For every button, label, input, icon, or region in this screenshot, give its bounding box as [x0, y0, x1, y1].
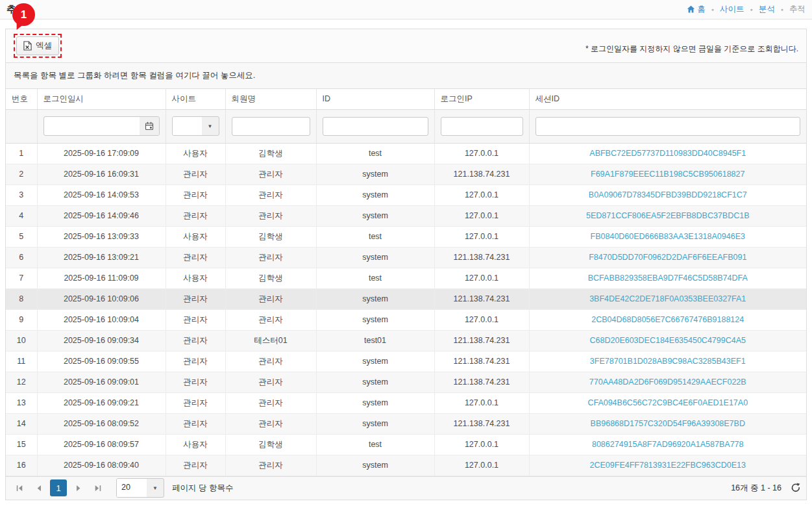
- cell-site: 관리자: [166, 288, 225, 309]
- cell-no: 15: [6, 434, 37, 455]
- table-row[interactable]: 2 2025-09-16 16:09:31 관리자 관리자 system 121…: [6, 164, 806, 185]
- session-id-link[interactable]: FB0840D60ED666B83AA3E1318A0946E3: [591, 232, 745, 241]
- column-header-login-time[interactable]: 로그인일시: [37, 89, 166, 109]
- group-drop-hint: 목록을 항목 별로 그룹화 하려면 항목 컬럼을 여기다 끌어 놓으세요.: [14, 70, 255, 81]
- page-size-label: 페이지 당 항목수: [172, 483, 233, 494]
- column-header-no[interactable]: 번호: [6, 89, 37, 109]
- cell-session-id: FB0840D60ED666B83AA3E1318A0946E3: [529, 226, 806, 247]
- cell-login-ip: 127.0.0.1: [434, 434, 529, 455]
- cell-member-name: 김학생: [225, 268, 316, 288]
- cell-login-time: 2025-09-16 09:09:21: [37, 392, 166, 413]
- cell-id: system: [316, 309, 434, 330]
- cell-site: 사용자: [166, 143, 225, 164]
- table-row[interactable]: 8 2025-09-16 10:09:06 관리자 관리자 system 121…: [6, 288, 806, 309]
- cell-login-time: 2025-09-16 08:09:52: [37, 413, 166, 434]
- session-id-link[interactable]: CFA094B6C56C72C9BC4E6F0AED1E17A0: [587, 398, 748, 407]
- session-id-link[interactable]: F8470D5DD70F0962D2DAF6F6EEAFB091: [589, 253, 746, 262]
- cell-member-name: 관리자: [225, 372, 316, 392]
- session-id-link[interactable]: ABFBC72ED57737D110983DD40C8945F1: [589, 149, 746, 158]
- refresh-button[interactable]: [791, 483, 801, 493]
- table-row[interactable]: 7 2025-09-16 11:09:09 사용자 김학생 test 127.0…: [6, 268, 806, 288]
- session-id-filter-input[interactable]: [535, 117, 801, 136]
- page-size-select[interactable]: 20 ▼: [116, 478, 164, 498]
- cell-id: system: [316, 205, 434, 226]
- session-id-link[interactable]: 3FE78701B1D028AB9C98AC3285B43EF1: [590, 357, 746, 366]
- excel-export-button[interactable]: 엑셀: [16, 36, 59, 55]
- column-header-member-name[interactable]: 회원명: [225, 89, 316, 109]
- breadcrumb-site-link[interactable]: 사이트: [720, 4, 744, 15]
- column-header-site[interactable]: 사이트: [166, 89, 225, 109]
- cell-login-time: 2025-09-16 09:09:01: [37, 372, 166, 392]
- column-header-session-id[interactable]: 세션ID: [529, 89, 806, 109]
- table-body: 1 2025-09-16 17:09:09 사용자 김학생 test 127.0…: [6, 143, 806, 476]
- cell-site: 사용자: [166, 268, 225, 288]
- session-id-link[interactable]: F69A1F879EEEC11B198C5CB950618827: [591, 170, 744, 179]
- cell-member-name: 관리자: [225, 247, 316, 268]
- table-row[interactable]: 11 2025-09-16 09:09:55 관리자 관리자 system 12…: [6, 351, 806, 372]
- cell-id: system: [316, 455, 434, 476]
- last-page-button[interactable]: [89, 479, 106, 496]
- session-id-link[interactable]: C68D20E603DEC184E635450C4799C4A5: [590, 336, 746, 345]
- column-header-login-ip[interactable]: 로그인IP: [434, 89, 529, 109]
- table-row[interactable]: 3 2025-09-16 14:09:53 관리자 관리자 system 127…: [6, 185, 806, 205]
- cell-member-name: 관리자: [225, 351, 316, 372]
- cell-no: 4: [6, 205, 37, 226]
- current-page-button[interactable]: 1: [50, 479, 67, 496]
- cell-no: 11: [6, 351, 37, 372]
- cell-member-name: 관리자: [225, 413, 316, 434]
- session-id-link[interactable]: 5ED871CCF806EA5F2EBFB8DBC37BDC1B: [586, 211, 750, 220]
- breadcrumb-current: 추적: [789, 4, 806, 15]
- login-date-filter-input[interactable]: [44, 117, 140, 135]
- breadcrumb-home-link[interactable]: 홈: [687, 4, 706, 15]
- cell-member-name: 관리자: [225, 164, 316, 185]
- cell-no: 9: [6, 309, 37, 330]
- session-id-link[interactable]: 2CB04D68D8056E7C66767476B9188124: [591, 315, 744, 324]
- column-header-id[interactable]: ID: [316, 89, 434, 109]
- cell-login-ip: 121.138.74.231: [434, 351, 529, 372]
- session-id-link[interactable]: 8086274915A8F7AD96920A1A587BA778: [592, 440, 744, 449]
- cell-member-name: 관리자: [225, 205, 316, 226]
- calendar-button[interactable]: [140, 117, 159, 135]
- filter-row: ▼: [6, 109, 806, 143]
- session-id-link[interactable]: BCFABB829358EBA9D7F46C5D58B74DFA: [588, 274, 748, 283]
- cell-login-time: 2025-09-16 14:09:53: [37, 185, 166, 205]
- cell-site: 관리자: [166, 164, 225, 185]
- cell-member-name: 관리자: [225, 392, 316, 413]
- excel-file-icon: [23, 41, 32, 51]
- first-page-button[interactable]: [11, 479, 28, 496]
- cell-no: 12: [6, 372, 37, 392]
- table-row[interactable]: 5 2025-09-16 13:09:33 사용자 김학생 test 127.0…: [6, 226, 806, 247]
- cell-session-id: C68D20E603DEC184E635450C4799C4A5: [529, 330, 806, 351]
- table-row[interactable]: 10 2025-09-16 09:09:34 관리자 테스터01 test01 …: [6, 330, 806, 351]
- table-row[interactable]: 15 2025-09-16 08:09:57 사용자 김학생 test 127.…: [6, 434, 806, 455]
- table-row[interactable]: 9 2025-09-16 10:09:04 관리자 관리자 system 127…: [6, 309, 806, 330]
- id-filter-input[interactable]: [323, 117, 428, 136]
- table-row[interactable]: 6 2025-09-16 13:09:21 관리자 관리자 system 121…: [6, 247, 806, 268]
- next-page-button[interactable]: [69, 479, 86, 496]
- table-row[interactable]: 4 2025-09-16 14:09:46 관리자 관리자 system 127…: [6, 205, 806, 226]
- login-ip-filter-input[interactable]: [441, 117, 523, 136]
- table-row[interactable]: 13 2025-09-16 09:09:21 관리자 관리자 system 12…: [6, 392, 806, 413]
- breadcrumb-analysis-link[interactable]: 분석: [759, 4, 775, 15]
- login-tracking-table: 번호 로그인일시 사이트 회원명 ID 로그인IP 세션ID: [6, 89, 806, 476]
- session-id-link[interactable]: B0A09067D78345DFBD39BDD9218CF1C7: [589, 190, 747, 199]
- group-drop-zone[interactable]: 목록을 항목 별로 그룹화 하려면 항목 컬럼을 여기다 끌어 놓으세요.: [6, 63, 806, 89]
- table-row[interactable]: 16 2025-09-16 08:09:40 관리자 관리자 system 12…: [6, 455, 806, 476]
- cell-member-name: 김학생: [225, 226, 316, 247]
- table-row[interactable]: 12 2025-09-16 09:09:01 관리자 관리자 system 12…: [6, 372, 806, 392]
- breadcrumb-separator-icon: ●: [711, 7, 714, 12]
- previous-page-button[interactable]: [31, 479, 47, 496]
- member-name-filter-input[interactable]: [232, 117, 310, 136]
- table-row[interactable]: 1 2025-09-16 17:09:09 사용자 김학생 test 127.0…: [6, 143, 806, 164]
- pager-info: 16개 중 1 - 16: [731, 483, 781, 494]
- session-id-link[interactable]: BB96868D1757C320D54F96A39308E7BD: [591, 419, 745, 428]
- session-id-link[interactable]: 770AA48DA2D6F069D951429AAECF022B: [589, 377, 746, 387]
- session-id-link[interactable]: 2CE09FE4FF7813931E22FBC963CD0E13: [590, 461, 746, 470]
- session-id-link[interactable]: 3BF4DE42C2DE718F0A0353BEE0327FA1: [589, 294, 746, 303]
- site-filter-select[interactable]: ▼: [172, 116, 219, 136]
- table-row[interactable]: 14 2025-09-16 08:09:52 관리자 관리자 system 12…: [6, 413, 806, 434]
- cell-id: system: [316, 185, 434, 205]
- breadcrumb-separator-icon: ●: [750, 7, 753, 12]
- cell-no: 8: [6, 288, 37, 309]
- grid-toolbar: 엑셀 * 로그인일자를 지정하지 않으면 금일을 기준으로 조회합니다.: [6, 29, 806, 63]
